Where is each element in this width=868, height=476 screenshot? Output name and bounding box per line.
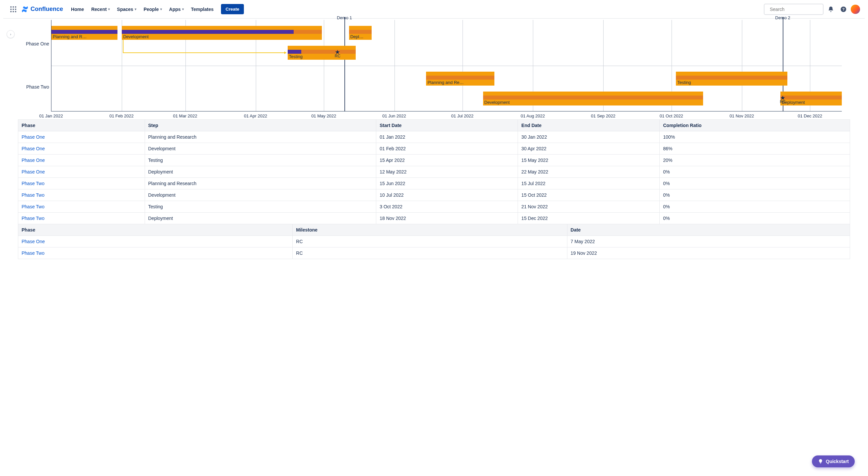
search-box[interactable] bbox=[764, 4, 824, 15]
table-cell: 22 May 2022 bbox=[518, 166, 660, 178]
expand-sidebar-button[interactable]: › bbox=[7, 30, 14, 38]
gantt-bar[interactable]: Testing bbox=[288, 46, 356, 60]
notifications-button[interactable] bbox=[826, 4, 836, 14]
table-header: Start Date bbox=[376, 120, 518, 131]
search-input[interactable] bbox=[769, 6, 829, 12]
table-cell: 30 Jan 2022 bbox=[518, 131, 660, 143]
chevron-right-icon: › bbox=[10, 32, 11, 36]
table-cell: 15 Oct 2022 bbox=[518, 189, 660, 201]
table-cell[interactable]: Phase Two bbox=[18, 248, 293, 259]
gantt-bar-label: Testing bbox=[289, 54, 303, 59]
table-cell: 0% bbox=[660, 213, 850, 224]
table-cell: 01 Feb 2022 bbox=[376, 143, 518, 155]
nav-people[interactable]: People▾ bbox=[141, 4, 165, 14]
table-cell[interactable]: Phase Two bbox=[18, 213, 145, 224]
x-axis-tick: 01 Jun 2022 bbox=[382, 114, 406, 119]
table-cell: 0% bbox=[660, 189, 850, 201]
gantt-bar-label: Planning and R… bbox=[53, 34, 87, 39]
gantt-bar[interactable]: Development bbox=[483, 92, 704, 105]
table-row: Phase OnePlanning and Research01 Jan 202… bbox=[18, 131, 850, 143]
gantt-bar-label: Development bbox=[485, 100, 510, 105]
table-cell[interactable]: Phase One bbox=[18, 166, 145, 178]
x-axis-tick: 01 Sep 2022 bbox=[591, 114, 616, 119]
table-cell: 0% bbox=[660, 166, 850, 178]
table-header: Phase bbox=[18, 120, 145, 131]
nav-recent[interactable]: Recent▾ bbox=[88, 4, 113, 14]
table-cell: 12 May 2022 bbox=[376, 166, 518, 178]
table-cell[interactable]: Phase One bbox=[18, 236, 293, 248]
gantt-bar[interactable]: Testing bbox=[676, 72, 787, 86]
x-axis-tick: 01 Apr 2022 bbox=[244, 114, 267, 119]
create-button[interactable]: Create bbox=[221, 4, 244, 14]
table-cell[interactable]: Phase Two bbox=[18, 189, 145, 201]
chart-marker-label: Demo 2 bbox=[775, 15, 790, 20]
chart-marker-label: Demo 1 bbox=[337, 15, 352, 20]
gantt-chart: Phase OnePhase Two Demo 1Demo 2Planning … bbox=[18, 20, 850, 115]
x-axis-tick: 01 Aug 2022 bbox=[521, 114, 545, 119]
gantt-bar-label: Development bbox=[123, 34, 149, 39]
table-header: Milestone bbox=[293, 224, 567, 236]
table-cell: 15 Jul 2022 bbox=[518, 178, 660, 189]
confluence-logo[interactable]: Confluence bbox=[21, 6, 63, 13]
gantt-bar-label: Depl… bbox=[350, 34, 364, 39]
x-axis-tick: 01 Feb 2022 bbox=[110, 114, 134, 119]
x-axis-tick: 01 Oct 2022 bbox=[660, 114, 683, 119]
table-row: Phase OneDevelopment01 Feb 202230 Apr 20… bbox=[18, 143, 850, 155]
nav-items: Home Recent▾ Spaces▾ People▾ Apps▾ Templ… bbox=[68, 4, 244, 14]
table-cell[interactable]: Phase One bbox=[18, 143, 145, 155]
table-cell: 0% bbox=[660, 178, 850, 189]
table-cell: Deployment bbox=[145, 166, 376, 178]
gantt-bar[interactable]: Development bbox=[122, 26, 321, 40]
table-cell: 0% bbox=[660, 201, 850, 213]
table-row: Phase TwoDevelopment10 Jul 202215 Oct 20… bbox=[18, 189, 850, 201]
table-cell: 19 Nov 2022 bbox=[567, 248, 850, 259]
table-cell: Development bbox=[145, 143, 376, 155]
nav-spaces[interactable]: Spaces▾ bbox=[114, 4, 140, 14]
nav-templates[interactable]: Templates bbox=[188, 4, 217, 14]
table-cell: 21 Nov 2022 bbox=[518, 201, 660, 213]
table-cell[interactable]: Phase One bbox=[18, 155, 145, 166]
table-cell: Development bbox=[145, 189, 376, 201]
gantt-bar-label: Planning and Re… bbox=[427, 80, 464, 85]
brand-name: Confluence bbox=[31, 6, 63, 12]
gantt-bar[interactable]: Planning and Re… bbox=[426, 72, 494, 86]
table-header: Phase bbox=[18, 224, 293, 236]
gantt-bar[interactable]: Deployment bbox=[780, 92, 842, 105]
x-axis-tick: 01 Jan 2022 bbox=[39, 114, 63, 119]
table-cell: 18 Nov 2022 bbox=[376, 213, 518, 224]
table-row: Phase OneTesting15 Apr 202215 May 202220… bbox=[18, 155, 850, 166]
table-cell: 7 May 2022 bbox=[567, 236, 850, 248]
table-cell: 01 Jan 2022 bbox=[376, 131, 518, 143]
milestones-table: PhaseMilestoneDate Phase OneRC7 May 2022… bbox=[18, 224, 850, 259]
avatar[interactable] bbox=[851, 5, 860, 14]
table-cell: 15 Dec 2022 bbox=[518, 213, 660, 224]
x-axis-tick: 01 Jul 2022 bbox=[451, 114, 473, 119]
y-axis-label: Phase Two bbox=[26, 84, 49, 90]
table-header: Date bbox=[567, 224, 850, 236]
x-axis-tick: 01 Dec 2022 bbox=[798, 114, 822, 119]
help-button[interactable]: ? bbox=[838, 4, 849, 14]
confluence-icon bbox=[21, 6, 29, 13]
table-header: End Date bbox=[518, 120, 660, 131]
table-cell[interactable]: Phase Two bbox=[18, 178, 145, 189]
table-row: Phase OneRC7 May 2022 bbox=[18, 236, 850, 248]
top-nav: Confluence Home Recent▾ Spaces▾ People▾ … bbox=[3, 0, 865, 19]
table-cell: Planning and Research bbox=[145, 178, 376, 189]
gantt-bar[interactable]: Planning and R… bbox=[52, 26, 118, 40]
app-switcher-button[interactable] bbox=[8, 4, 19, 14]
table-row: Phase TwoDeployment18 Nov 202215 Dec 202… bbox=[18, 213, 850, 224]
y-axis-label: Phase One bbox=[26, 41, 49, 46]
table-cell[interactable]: Phase One bbox=[18, 131, 145, 143]
x-axis-tick: 01 Mar 2022 bbox=[173, 114, 197, 119]
table-cell: 86% bbox=[660, 143, 850, 155]
nav-right: ? bbox=[764, 4, 860, 15]
chevron-down-icon: ▾ bbox=[135, 7, 136, 11]
tasks-table: PhaseStepStart DateEnd DateCompletion Ra… bbox=[18, 119, 850, 224]
bell-icon bbox=[828, 6, 834, 12]
table-cell[interactable]: Phase Two bbox=[18, 201, 145, 213]
nav-apps[interactable]: Apps▾ bbox=[166, 4, 187, 14]
gantt-bar[interactable]: Depl… bbox=[349, 26, 372, 40]
table-cell: RC bbox=[293, 236, 567, 248]
nav-home[interactable]: Home bbox=[68, 4, 87, 14]
table-cell: 3 Oct 2022 bbox=[376, 201, 518, 213]
